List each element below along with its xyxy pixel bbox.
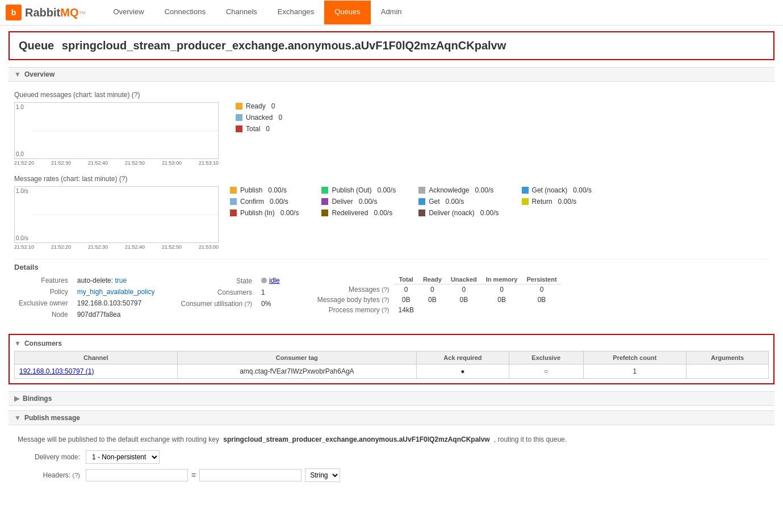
publish-in-dot — [230, 210, 237, 216]
bytes-unacked: 0B — [446, 295, 481, 305]
messages-label: Messages (?) — [313, 284, 394, 295]
policy-label: Policy — [14, 286, 73, 298]
bindings-triangle-icon: ▶ — [14, 395, 19, 403]
deliver-noack-dot — [418, 210, 425, 216]
total-dot — [236, 125, 242, 132]
message-rates-chart: 1.0/s 0.0/s — [14, 186, 219, 243]
process-memory-label: Process memory (?) — [313, 305, 394, 315]
logo-icon: b — [6, 5, 22, 20]
nav-tab-queues[interactable]: Queues — [324, 1, 371, 24]
state-label: State — [176, 275, 257, 287]
details-label: Details — [14, 259, 769, 271]
queue-title-box: Queue springcloud_stream_producer_exchan… — [9, 31, 774, 60]
nav-tab-exchanges[interactable]: Exchanges — [267, 1, 324, 24]
consumers-triangle-icon: ▼ — [14, 340, 21, 347]
queue-title: Queue springcloud_stream_producer_exchan… — [19, 39, 764, 52]
msg-stats-persistent-header: Persistent — [522, 275, 561, 284]
legend-total: Total 0 — [236, 125, 282, 133]
chart-grid-mid — [32, 131, 218, 131]
exclusive-owner-label: Exclusive owner — [14, 298, 73, 309]
unacked-dot — [236, 114, 242, 121]
consumer-arguments — [686, 365, 769, 379]
get-noack-val: 0.00/s — [573, 186, 592, 194]
policy-link[interactable]: my_high_available_policy — [77, 288, 155, 296]
legend-get-noack: Get (noack) 0.00/s — [522, 186, 592, 194]
features-link[interactable]: true — [115, 277, 127, 284]
consumer-util-help: (?) — [245, 300, 252, 307]
overview-label: Overview — [24, 70, 55, 78]
nav-tab-connections[interactable]: Connections — [154, 1, 216, 24]
details-section: Details Features auto-delete: true Polic… — [14, 259, 769, 320]
headers-key-input[interactable] — [86, 469, 188, 481]
consumer-ack: ● — [417, 365, 509, 379]
consumer-channel-link[interactable]: 192.168.0.103:50797 (1) — [19, 367, 94, 375]
details-content: Features auto-delete: true Policy my_hig… — [14, 275, 769, 320]
rates-col-3: Acknowledge 0.00/s Get 0.00/s Deliver (n… — [418, 186, 499, 217]
node-label: Node — [14, 309, 73, 320]
publish-message-header[interactable]: ▼ Publish message — [9, 410, 774, 425]
publish-message-content: Message will be published to the default… — [9, 430, 774, 491]
message-rates-chart-row: 1.0/s 0.0/s 21:52:10 21:52:20 21:52:30 2… — [14, 186, 769, 250]
state-idle: idle — [261, 277, 280, 284]
msg-stats-inmemory-header: In memory — [481, 275, 522, 284]
deliver-dot — [321, 198, 328, 205]
legend-deliver-noack: Deliver (noack) 0.00/s — [418, 209, 499, 217]
legend-publish-out: Publish (Out) 0.00/s — [321, 186, 396, 194]
legend-redelivered: Redelivered 0.00/s — [321, 209, 396, 217]
logo: b RabbitMQ™ — [6, 0, 91, 25]
confirm-label: Confirm — [240, 198, 264, 206]
consumer-util-value: 0% — [257, 298, 284, 309]
col-ack-required: Ack required — [417, 351, 509, 365]
consumer-channel: 192.168.0.103:50797 (1) — [15, 365, 178, 379]
publish-message-label: Publish message — [24, 414, 80, 422]
unacked-label: Unacked — [246, 114, 273, 122]
legend-deliver: Deliver 0.00/s — [321, 198, 396, 206]
delivery-mode-select[interactable]: 1 - Non-persistent 2 - Persistent — [86, 450, 160, 464]
legend-ready: Ready 0 — [236, 102, 282, 110]
acknowledge-val: 0.00/s — [475, 186, 494, 194]
publish-label: Publish — [240, 186, 262, 194]
msg-stats-ready-header: Ready — [418, 275, 446, 284]
headers-val-input[interactable] — [199, 469, 302, 481]
legend-unacked: Unacked 0 — [236, 114, 282, 122]
msg-stats-unacked-header: Unacked — [446, 275, 481, 284]
node-value: 907dd77fa8ea — [73, 309, 160, 320]
publish-out-val: 0.00/s — [377, 186, 396, 194]
consumer-row: 192.168.0.103:50797 (1) amq.ctag-fVEar7I… — [15, 365, 769, 379]
consumer-tag: amq.ctag-fVEar7IWzPxwobrPah6AgA — [177, 365, 417, 379]
headers-type-select[interactable]: String — [305, 468, 340, 482]
consumers-section-header: ▼ Consumers — [14, 340, 769, 347]
ready-dot — [236, 103, 242, 110]
chart2-grid-mid — [32, 215, 218, 215]
nav-tab-overview[interactable]: Overview — [103, 1, 154, 24]
publish-triangle-icon: ▼ — [14, 414, 21, 422]
publish-out-label: Publish (Out) — [332, 186, 371, 194]
headers-row: Headers: (?) = String — [18, 468, 765, 482]
publish-info-prefix: Message will be published to the default… — [18, 435, 219, 443]
col-prefetch-count: Prefetch count — [583, 351, 686, 365]
msg-unacked: 0 — [446, 284, 481, 295]
consumer-prefetch: 1 — [583, 365, 686, 379]
consumer-exclusive: ○ — [509, 365, 583, 379]
legend-acknowledge: Acknowledge 0.00/s — [418, 186, 499, 194]
logo-text: RabbitMQ™ — [25, 6, 86, 19]
get-val: 0.00/s — [445, 198, 464, 206]
details-left-table: Features auto-delete: true Policy my_hig… — [14, 275, 159, 320]
queue-title-prefix: Queue — [19, 39, 54, 52]
state-value: idle — [257, 275, 284, 287]
state-link[interactable]: idle — [269, 277, 280, 284]
bindings-header[interactable]: ▶ Bindings — [9, 391, 774, 406]
nav-tab-admin[interactable]: Admin — [371, 1, 412, 24]
get-label: Get — [429, 198, 439, 206]
redelivered-val: 0.00/s — [374, 209, 392, 217]
nav-tab-channels[interactable]: Channels — [216, 1, 267, 24]
headers-eq: = — [191, 471, 196, 480]
rates-col-2: Publish (Out) 0.00/s Deliver 0.00/s Rede… — [321, 186, 396, 217]
col-arguments: Arguments — [686, 351, 769, 365]
col-consumer-tag: Consumer tag — [177, 351, 417, 365]
legend-confirm: Confirm 0.00/s — [230, 198, 299, 206]
overview-section-header[interactable]: ▼ Overview — [9, 67, 774, 82]
get-dot — [418, 198, 425, 205]
legend-return: Return 0.00/s — [522, 198, 592, 206]
return-label: Return — [532, 198, 552, 206]
